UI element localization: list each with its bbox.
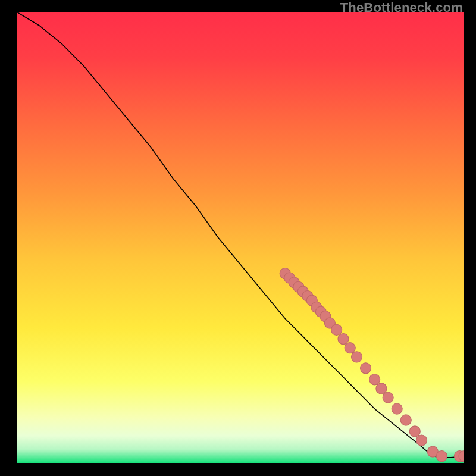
svg-rect-0 [17, 12, 464, 463]
plot-area [17, 12, 464, 463]
bg-gradient [17, 12, 464, 463]
chart-stage: TheBottleneck.com [0, 0, 476, 476]
